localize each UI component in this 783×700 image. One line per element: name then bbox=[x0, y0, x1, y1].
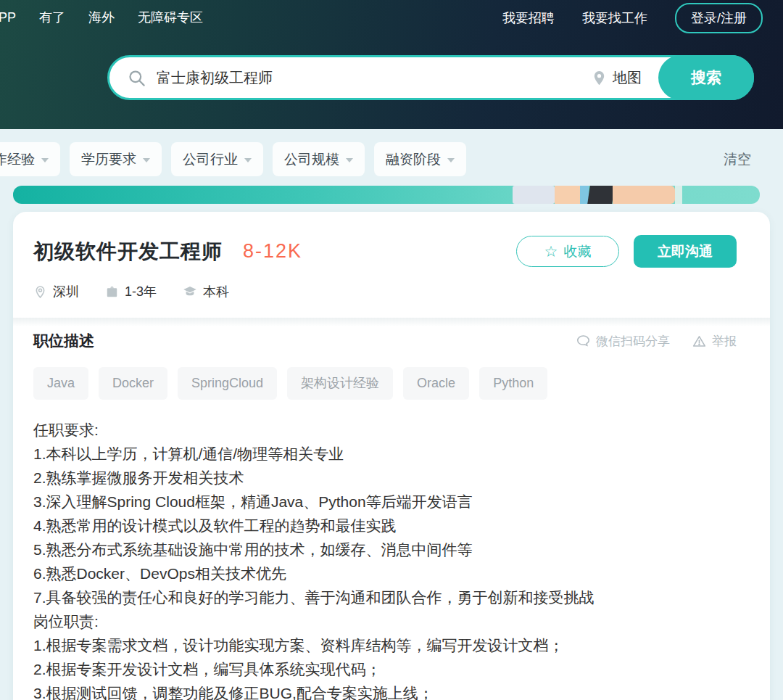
job-meta-item: 本科 bbox=[183, 283, 229, 300]
job-meta-item: 深圳 bbox=[33, 283, 79, 300]
filter-chip-label: 公司行业 bbox=[183, 150, 238, 169]
chevron-down-icon bbox=[143, 158, 150, 162]
description-line: 1.根据专案需求文档，设计功能实现方案、资料库结构等，编写开发设计文档； bbox=[33, 633, 750, 657]
job-title-row: 初级软件开发工程师 8-12K ☆ 收藏 立即沟通 bbox=[13, 212, 770, 268]
filter-chips: 工作经验学历要求公司行业公司规模融资阶段 bbox=[0, 142, 466, 176]
description-line: 6.熟悉Docker、DevOps相关技术优先 bbox=[33, 561, 750, 585]
nav-item[interactable]: PP bbox=[0, 6, 16, 29]
banner-illustration-segment bbox=[513, 186, 555, 204]
section-title: 职位描述 bbox=[33, 331, 94, 351]
filter-chip-label: 学历要求 bbox=[81, 150, 136, 169]
search-bar: 地图 搜索 bbox=[107, 55, 754, 100]
banner-illustration-segment bbox=[587, 186, 615, 204]
job-card: 初级软件开发工程师 8-12K ☆ 收藏 立即沟通 深圳1-3年本科 职位描述 … bbox=[13, 212, 770, 700]
briefcase-icon bbox=[105, 285, 119, 299]
description-line: 2.根据专案开发设计文档，编写具体系统实现代码； bbox=[33, 657, 750, 681]
skill-tag: 架构设计经验 bbox=[287, 367, 393, 400]
search-input[interactable] bbox=[157, 70, 591, 86]
chevron-down-icon bbox=[346, 158, 353, 162]
warning-triangle-icon bbox=[692, 334, 707, 349]
nav-item[interactable]: 无障碍专区 bbox=[138, 6, 203, 29]
description-line: 1.本科以上学历，计算机/通信/物理等相关专业 bbox=[33, 442, 750, 466]
description-line: 5.熟悉分布式系统基础设施中常用的技术，如缓存、消息中间件等 bbox=[33, 538, 750, 561]
job-action-buttons: ☆ 收藏 立即沟通 bbox=[516, 235, 737, 268]
description-line: 3.根据测试回馈，调整功能及修正BUG,配合专案实施上线； bbox=[33, 681, 750, 700]
nav-item[interactable]: 我要找工作 bbox=[582, 9, 647, 27]
nav-item[interactable]: 海外 bbox=[88, 6, 115, 29]
filter-bar: 工作经验学历要求公司行业公司规模融资阶段 清空 bbox=[0, 142, 783, 176]
skill-tags: JavaDockerSpringCloud架构设计经验OraclePython bbox=[13, 351, 770, 400]
description-header: 职位描述 微信扫码分享 举报 bbox=[13, 326, 770, 351]
description-line: 3.深入理解Spring Cloud框架，精通Java、Python等后端开发语… bbox=[33, 490, 750, 514]
job-meta-row: 深圳1-3年本科 bbox=[13, 268, 770, 300]
nav-left: PP有了海外无障碍专区 bbox=[0, 6, 203, 29]
search-icon bbox=[127, 68, 146, 88]
job-description: 任职要求:1.本科以上学历，计算机/通信/物理等相关专业2.熟练掌握微服务开发相… bbox=[13, 400, 770, 700]
chevron-down-icon bbox=[244, 158, 252, 162]
description-line: 4.熟悉常用的设计模式以及软件工程的趋势和最佳实践 bbox=[33, 514, 750, 538]
map-link[interactable]: 地图 bbox=[591, 68, 642, 88]
description-line: 2.熟练掌握微服务开发相关技术 bbox=[33, 466, 750, 490]
nav-item[interactable]: 有了 bbox=[39, 6, 65, 29]
job-meta-label: 深圳 bbox=[53, 283, 79, 300]
filter-chip[interactable]: 公司行业 bbox=[171, 142, 263, 176]
filter-chip[interactable]: 融资阶段 bbox=[374, 142, 466, 176]
star-icon: ☆ bbox=[544, 244, 558, 259]
skill-tag: Java bbox=[33, 367, 88, 400]
skill-tag: Oracle bbox=[403, 367, 469, 400]
description-line: 7.具备较强的责任心和良好的学习能力、善于沟通和团队合作，勇于创新和接受挑战 bbox=[33, 585, 750, 609]
job-meta-label: 本科 bbox=[203, 283, 229, 300]
filter-chip[interactable]: 工作经验 bbox=[0, 142, 60, 176]
chat-bubble-icon bbox=[576, 334, 591, 349]
search-button[interactable]: 搜索 bbox=[658, 55, 754, 100]
salary-range: 8-12K bbox=[243, 240, 302, 263]
nav-right: 我要招聘我要找工作 登录/注册 bbox=[502, 3, 763, 33]
description-line: 任职要求: bbox=[33, 418, 750, 442]
description-actions: 微信扫码分享 举报 bbox=[576, 333, 737, 350]
filter-chip-label: 融资阶段 bbox=[386, 150, 441, 169]
job-title: 初级软件开发工程师 bbox=[33, 238, 223, 265]
top-header: PP有了海外无障碍专区 我要招聘我要找工作 登录/注册 地图 搜索 bbox=[0, 0, 783, 129]
filter-chip-label: 公司规模 bbox=[284, 150, 339, 169]
description-line: 岗位职责: bbox=[33, 609, 750, 633]
skill-tag: Python bbox=[479, 367, 547, 400]
location-icon bbox=[33, 285, 47, 299]
chevron-down-icon bbox=[41, 158, 49, 162]
favorite-button[interactable]: ☆ 收藏 bbox=[516, 236, 619, 267]
section-divider bbox=[13, 318, 770, 326]
banner-illustration-segment bbox=[613, 186, 675, 204]
filter-chip[interactable]: 学历要求 bbox=[70, 142, 162, 176]
nav-item[interactable]: 我要招聘 bbox=[502, 9, 555, 27]
favorite-button-label: 收藏 bbox=[563, 242, 591, 261]
promo-banner[interactable] bbox=[13, 186, 760, 204]
skill-tag: SpringCloud bbox=[178, 367, 277, 400]
job-meta-label: 1-3年 bbox=[125, 283, 157, 300]
map-link-label: 地图 bbox=[613, 68, 642, 88]
filter-chip[interactable]: 公司规模 bbox=[273, 142, 365, 176]
page: PP有了海外无障碍专区 我要招聘我要找工作 登录/注册 地图 搜索 工作经验学历… bbox=[0, 0, 783, 700]
chevron-down-icon bbox=[447, 158, 455, 162]
banner-illustration-segment bbox=[675, 186, 682, 204]
graduation-cap-icon bbox=[183, 284, 197, 299]
chat-now-button[interactable]: 立即沟通 bbox=[634, 235, 737, 268]
login-register-button[interactable]: 登录/注册 bbox=[675, 3, 763, 33]
wechat-share-label: 微信扫码分享 bbox=[596, 333, 670, 350]
job-meta-item: 1-3年 bbox=[105, 283, 157, 300]
nav-right-items: 我要招聘我要找工作 bbox=[502, 9, 647, 27]
report-button[interactable]: 举报 bbox=[692, 333, 737, 350]
clear-filters-button[interactable]: 清空 bbox=[724, 150, 751, 169]
map-pin-icon bbox=[591, 70, 608, 86]
report-label: 举报 bbox=[712, 333, 737, 350]
wechat-share-button[interactable]: 微信扫码分享 bbox=[576, 333, 670, 350]
banner-illustration-segment bbox=[555, 186, 580, 204]
skill-tag: Docker bbox=[99, 367, 167, 400]
filter-chip-label: 工作经验 bbox=[0, 150, 35, 169]
